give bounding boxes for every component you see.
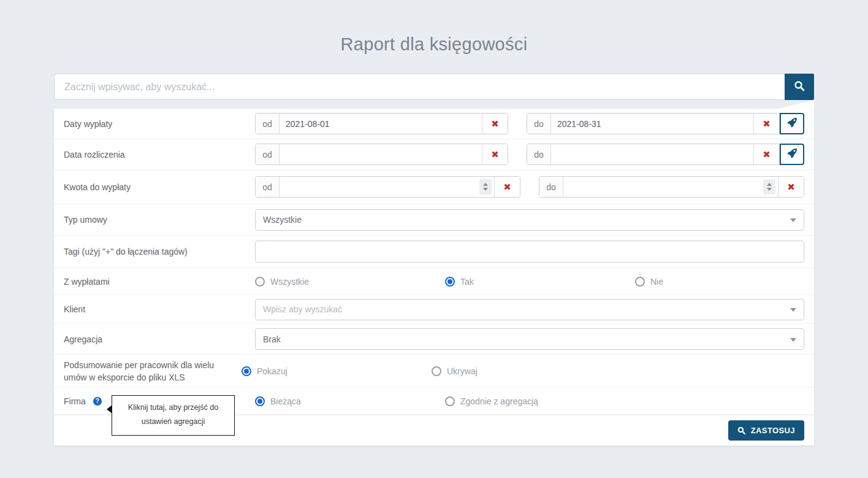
typ-umowy-select[interactable]: Wszystkie (255, 209, 804, 231)
search-icon (737, 426, 745, 434)
rocket-button[interactable] (780, 144, 804, 165)
clear-button[interactable]: ✖ (494, 177, 520, 197)
rocket-button[interactable] (780, 113, 804, 134)
prefix-od: od (256, 114, 280, 134)
date-to-group: do ✖ (527, 113, 780, 134)
amount-to-group: do ✖ (539, 176, 804, 198)
number-spinner[interactable] (763, 179, 775, 195)
klient-select[interactable]: Wpisz aby wyszukać (255, 299, 804, 320)
clear-button[interactable]: ✖ (753, 144, 779, 164)
row-label: Klient (64, 303, 255, 315)
chevron-down-icon (790, 218, 796, 222)
form-row-agregacja: Agregacja Brak (54, 324, 814, 355)
number-spinner[interactable] (479, 179, 492, 195)
radio-icon (255, 277, 265, 287)
row-label: Data rozliczenia (64, 148, 255, 161)
radio-wszystkie[interactable]: Wszystkie (255, 277, 445, 287)
apply-button[interactable]: ZASTOSUJ (728, 420, 804, 441)
radio-icon (242, 366, 251, 376)
row-label: Agregacja (64, 333, 255, 345)
radio-tak[interactable]: Tak (445, 277, 635, 287)
radio-nie[interactable]: Nie (635, 277, 663, 287)
row-label: Podsumowanie per pracownik dla wielu umó… (64, 359, 242, 384)
prefix-do: do (527, 144, 551, 164)
radio-zgodnie-z-agregacja[interactable]: Zgodnie z agregacją (445, 396, 538, 406)
form-row-daty-wyplaty: Daty wypłaty od ✖ do ✖ (54, 109, 814, 139)
clear-button[interactable]: ✖ (753, 114, 779, 134)
data-rozliczenia-od-input[interactable] (280, 144, 482, 164)
rocket-icon (787, 148, 797, 160)
date-from-group: od ✖ (255, 113, 508, 134)
date-to-group: do ✖ (527, 144, 780, 165)
chevron-down-icon (790, 338, 796, 342)
apply-button-label: ZASTOSUJ (751, 426, 795, 435)
row-label: Firma (64, 395, 86, 407)
row-label: Tagi (użyj "+" do łączenia tagów) (64, 245, 255, 258)
select-placeholder: Wpisz aby wyszukać (263, 304, 342, 314)
radio-pokazuj[interactable]: Pokazuj (242, 366, 432, 376)
select-value: Wszystkie (263, 215, 302, 225)
kwota-do-input[interactable] (563, 177, 778, 197)
spin-up-icon (483, 183, 488, 186)
row-label: Z wypłatami (64, 276, 255, 288)
tagi-input[interactable] (255, 241, 804, 263)
rocket-icon (787, 118, 797, 129)
form-row-klient: Klient Wpisz aby wyszukać (54, 295, 814, 324)
clear-icon: ✖ (763, 150, 771, 159)
form-row-z-wyplatami: Z wypłatami Wszystkie Tak Nie (54, 268, 814, 295)
chevron-down-icon (790, 308, 796, 312)
search-button[interactable] (785, 74, 814, 100)
search-bar (54, 74, 814, 100)
form-row-typ-umowy: Typ umowy Wszystkie (54, 204, 814, 236)
radio-icon (445, 396, 455, 406)
question-circle-icon[interactable]: ? (93, 397, 102, 406)
row-label: Typ umowy (64, 214, 255, 226)
prefix-do: do (539, 177, 563, 197)
search-icon (794, 80, 805, 93)
clear-icon: ✖ (787, 182, 795, 191)
filters-panel: Daty wypłaty od ✖ do ✖ (54, 109, 814, 445)
form-row-podsumowanie: Podsumowanie per pracownik dla wielu umó… (54, 355, 814, 388)
select-value: Brak (263, 334, 281, 344)
spin-down-icon (483, 188, 488, 191)
data-rozliczenia-do-input[interactable] (551, 144, 753, 164)
prefix-do: do (527, 114, 551, 134)
radio-icon (432, 366, 441, 376)
clear-button[interactable]: ✖ (482, 114, 508, 134)
spin-down-icon (767, 188, 772, 191)
radio-biezaca[interactable]: Bieżąca (255, 396, 445, 406)
page-title: Raport dla księgowości (54, 0, 814, 55)
clear-icon: ✖ (503, 182, 511, 191)
tooltip-line-2: ustawień agregacji (118, 415, 228, 429)
spin-up-icon (767, 183, 772, 186)
radio-icon (445, 277, 455, 287)
tooltip-line-1: Kliknij tutaj, aby przejść do (118, 401, 228, 415)
date-from-group: od ✖ (255, 144, 508, 165)
form-row-kwota-do-wyplaty: Kwota do wypłaty od ✖ do ✖ (54, 170, 814, 204)
prefix-od: od (256, 177, 280, 197)
clear-button[interactable]: ✖ (482, 144, 508, 164)
panel-corner-flap (779, 100, 814, 109)
clear-button[interactable]: ✖ (778, 177, 804, 197)
page: Raport dla księgowości Daty wypłaty od ✖… (54, 0, 814, 445)
form-row-data-rozliczenia: Data rozliczenia od ✖ do ✖ (54, 139, 814, 170)
kwota-od-input[interactable] (280, 177, 494, 197)
radio-icon (255, 396, 265, 406)
clear-icon: ✖ (491, 119, 499, 128)
prefix-od: od (256, 144, 280, 164)
agregacja-select[interactable]: Brak (255, 328, 804, 350)
daty-wyplaty-do-input[interactable] (551, 114, 753, 134)
form-row-tagi: Tagi (użyj "+" do łączenia tagów) (54, 236, 814, 268)
daty-wyplaty-od-input[interactable] (280, 114, 482, 134)
search-input[interactable] (54, 74, 785, 100)
amount-from-group: od ✖ (255, 176, 520, 198)
tooltip: Kliknij tutaj, aby przejść do ustawień a… (112, 395, 235, 436)
row-label: Daty wypłaty (64, 118, 255, 130)
clear-icon: ✖ (763, 119, 771, 128)
radio-icon (635, 277, 645, 287)
clear-icon: ✖ (491, 150, 499, 159)
row-label: Kwota do wypłaty (64, 181, 255, 193)
radio-ukrywaj[interactable]: Ukrywaj (432, 366, 478, 376)
